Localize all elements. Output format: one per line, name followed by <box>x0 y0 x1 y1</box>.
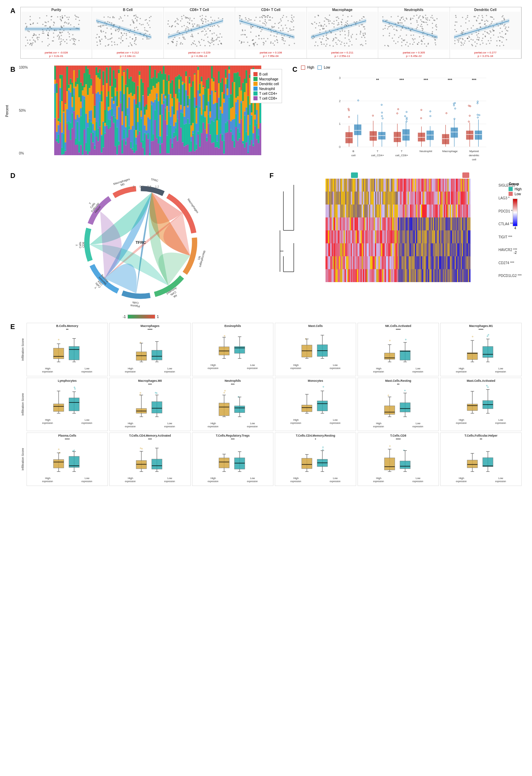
panel-e-y-label-1: Infiltration Score <box>19 378 27 431</box>
svg-rect-1588 <box>204 111 206 117</box>
svg-point-345 <box>197 24 198 26</box>
panel-e-x-labels-2-5: HighLow <box>442 477 520 480</box>
svg-rect-2268 <box>334 218 335 231</box>
svg-point-239 <box>133 21 134 23</box>
svg-point-619 <box>348 33 349 35</box>
svg-rect-2490 <box>457 230 458 243</box>
svg-point-447 <box>198 33 199 34</box>
svg-point-706 <box>364 33 366 35</box>
svg-point-94 <box>59 37 60 39</box>
svg-rect-1472 <box>171 66 173 80</box>
svg-point-1045 <box>455 31 457 32</box>
svg-point-781 <box>402 17 404 18</box>
svg-point-449 <box>182 37 184 38</box>
svg-point-628 <box>365 43 367 44</box>
svg-rect-1964 <box>401 179 403 192</box>
svg-point-928 <box>476 34 478 36</box>
svg-rect-2086 <box>404 192 405 205</box>
svg-point-1827 <box>404 116 406 117</box>
svg-text:MacrophagesM0: MacrophagesM0 <box>113 178 131 189</box>
svg-rect-1765 <box>254 126 256 155</box>
svg-rect-1999 <box>444 179 445 192</box>
svg-rect-1672 <box>228 70 230 73</box>
svg-point-663 <box>324 21 325 22</box>
svg-rect-1248 <box>106 97 108 126</box>
svg-rect-2062 <box>375 192 376 205</box>
svg-rect-2510 <box>336 243 338 257</box>
svg-rect-2034 <box>341 192 342 205</box>
svg-rect-1996 <box>440 179 441 192</box>
svg-point-610 <box>319 29 321 30</box>
svg-point-687 <box>332 40 333 41</box>
svg-rect-1141 <box>75 145 77 155</box>
svg-rect-1083 <box>59 75 61 79</box>
svg-point-661 <box>318 15 319 16</box>
svg-rect-2542 <box>375 243 376 257</box>
svg-point-103 <box>75 16 77 17</box>
svg-rect-2604 <box>450 243 451 257</box>
panel-f-dendrogram <box>278 179 299 282</box>
svg-rect-1679 <box>230 121 232 130</box>
svg-rect-2350 <box>433 218 434 231</box>
svg-rect-2184 <box>377 205 379 218</box>
panel-b-y-ticks: 100% 50% 0% <box>19 66 28 155</box>
svg-rect-2742 <box>327 269 328 282</box>
svg-point-322 <box>191 20 193 22</box>
svg-point-1019 <box>488 40 489 41</box>
svg-rect-2083 <box>400 192 402 205</box>
svg-rect-1193 <box>90 110 92 122</box>
svg-rect-2256 <box>464 205 465 218</box>
svg-rect-1554 <box>194 108 196 151</box>
svg-point-638 <box>325 46 327 47</box>
svg-rect-1464 <box>168 111 170 153</box>
svg-rect-2283 <box>352 218 353 231</box>
svg-rect-1504 <box>180 105 182 109</box>
svg-rect-1524 <box>185 123 187 145</box>
svg-point-702 <box>344 45 345 47</box>
svg-point-974 <box>484 23 486 25</box>
svg-text:0.8: 0.8 <box>147 185 151 188</box>
svg-point-621 <box>336 37 337 39</box>
svg-rect-1326 <box>128 126 130 130</box>
svg-rect-2727 <box>453 256 455 269</box>
svg-point-205 <box>124 33 125 34</box>
svg-point-312 <box>212 20 213 21</box>
panel-b-y-label: Percent <box>5 105 9 117</box>
svg-point-201 <box>135 18 136 19</box>
svg-point-218 <box>131 44 132 46</box>
svg-rect-1929 <box>359 179 361 192</box>
svg-rect-2590 <box>433 243 434 257</box>
svg-rect-2008 <box>454 179 456 192</box>
svg-point-552 <box>283 38 284 40</box>
svg-rect-1970 <box>409 179 410 192</box>
svg-rect-1412 <box>154 66 156 70</box>
svg-rect-1257 <box>109 67 111 86</box>
svg-point-1834 <box>420 118 422 119</box>
svg-rect-2669 <box>383 256 385 269</box>
svg-point-558 <box>241 42 242 44</box>
svg-rect-2822 <box>423 269 424 282</box>
svg-point-790 <box>421 43 422 45</box>
svg-rect-1487 <box>175 122 177 128</box>
svg-rect-3043 <box>302 458 312 469</box>
svg-point-1012 <box>507 30 508 32</box>
svg-point-56 <box>72 34 73 36</box>
svg-rect-1757 <box>252 133 254 144</box>
svg-point-155 <box>124 15 126 16</box>
svg-point-1018 <box>502 37 504 38</box>
svg-rect-1692 <box>233 141 235 148</box>
svg-rect-1922 <box>351 179 352 192</box>
panel-e-sig-1-1: *** <box>111 383 189 386</box>
panel-e-x-label-low-0-1: Low <box>168 367 172 370</box>
svg-point-835 <box>389 33 390 34</box>
svg-point-942 <box>456 21 458 23</box>
svg-point-844 <box>413 16 415 17</box>
svg-rect-1406 <box>152 66 154 77</box>
svg-rect-1383 <box>145 105 148 110</box>
panel-b-legend-item-t-cell-cd4+: T cell CD4+ <box>253 91 279 96</box>
svg-rect-2500 <box>469 230 470 243</box>
svg-rect-1215 <box>97 73 99 78</box>
svg-point-250 <box>98 26 99 27</box>
svg-rect-1204 <box>94 118 96 130</box>
svg-rect-1111 <box>66 124 68 155</box>
